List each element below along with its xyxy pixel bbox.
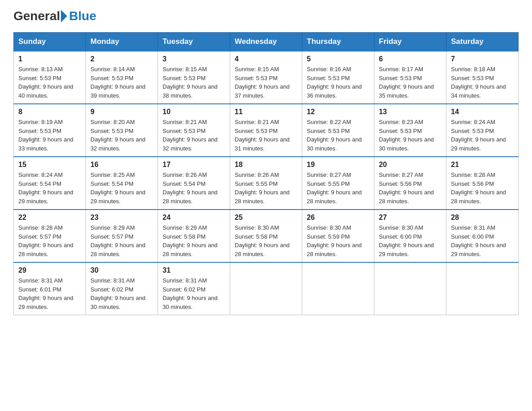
day-number: 29 bbox=[18, 266, 81, 274]
calendar-day-cell: 28Sunrise: 8:31 AMSunset: 6:00 PMDayligh… bbox=[446, 210, 519, 262]
calendar-header-tuesday: Tuesday bbox=[158, 33, 230, 51]
calendar-header-thursday: Thursday bbox=[302, 33, 374, 51]
day-info: Sunrise: 8:30 AMSunset: 6:00 PMDaylight:… bbox=[379, 223, 442, 258]
calendar-day-cell: 30Sunrise: 8:31 AMSunset: 6:02 PMDayligh… bbox=[86, 262, 158, 315]
calendar-day-cell: 27Sunrise: 8:30 AMSunset: 6:00 PMDayligh… bbox=[374, 210, 446, 262]
calendar-day-cell: 22Sunrise: 8:28 AMSunset: 5:57 PMDayligh… bbox=[14, 210, 86, 262]
day-info: Sunrise: 8:26 AMSunset: 5:54 PMDaylight:… bbox=[163, 171, 225, 206]
day-info: Sunrise: 8:22 AMSunset: 5:53 PMDaylight:… bbox=[307, 118, 369, 153]
calendar-day-cell: 20Sunrise: 8:27 AMSunset: 5:56 PMDayligh… bbox=[374, 157, 446, 210]
day-number: 11 bbox=[235, 108, 297, 116]
day-number: 21 bbox=[451, 161, 514, 169]
day-info: Sunrise: 8:21 AMSunset: 5:53 PMDaylight:… bbox=[163, 118, 225, 153]
day-info: Sunrise: 8:26 AMSunset: 5:55 PMDaylight:… bbox=[235, 171, 297, 206]
calendar-day-cell: 16Sunrise: 8:25 AMSunset: 5:54 PMDayligh… bbox=[86, 157, 158, 210]
page-header: General Blue bbox=[13, 9, 519, 23]
day-info: Sunrise: 8:19 AMSunset: 5:53 PMDaylight:… bbox=[18, 118, 81, 153]
day-info: Sunrise: 8:15 AMSunset: 5:53 PMDaylight:… bbox=[163, 65, 225, 100]
day-info: Sunrise: 8:21 AMSunset: 5:53 PMDaylight:… bbox=[235, 118, 297, 153]
calendar-header-monday: Monday bbox=[86, 33, 158, 51]
day-number: 9 bbox=[90, 108, 153, 116]
day-number: 24 bbox=[163, 214, 225, 222]
calendar-day-cell: 12Sunrise: 8:22 AMSunset: 5:53 PMDayligh… bbox=[302, 104, 374, 157]
day-number: 18 bbox=[235, 161, 297, 169]
calendar-week-row: 8Sunrise: 8:19 AMSunset: 5:53 PMDaylight… bbox=[14, 104, 519, 157]
day-info: Sunrise: 8:27 AMSunset: 5:55 PMDaylight:… bbox=[307, 171, 369, 206]
calendar-day-cell: 1Sunrise: 8:13 AMSunset: 5:53 PMDaylight… bbox=[14, 51, 86, 104]
day-info: Sunrise: 8:28 AMSunset: 5:56 PMDaylight:… bbox=[451, 171, 514, 206]
calendar-day-cell: 14Sunrise: 8:24 AMSunset: 5:53 PMDayligh… bbox=[446, 104, 519, 157]
day-number: 20 bbox=[379, 161, 442, 169]
calendar-day-cell: 5Sunrise: 8:16 AMSunset: 5:53 PMDaylight… bbox=[302, 51, 374, 104]
day-number: 15 bbox=[18, 161, 81, 169]
day-number: 12 bbox=[307, 108, 369, 116]
calendar-day-cell: 7Sunrise: 8:18 AMSunset: 5:53 PMDaylight… bbox=[446, 51, 519, 104]
day-number: 6 bbox=[379, 55, 442, 63]
day-number: 14 bbox=[451, 108, 514, 116]
day-info: Sunrise: 8:24 AMSunset: 5:54 PMDaylight:… bbox=[18, 171, 81, 206]
logo-general-text: General bbox=[13, 9, 60, 23]
day-number: 13 bbox=[379, 108, 442, 116]
day-number: 25 bbox=[235, 214, 297, 222]
day-info: Sunrise: 8:31 AMSunset: 6:00 PMDaylight:… bbox=[451, 223, 514, 258]
day-number: 31 bbox=[163, 266, 225, 274]
day-number: 7 bbox=[451, 55, 514, 63]
day-info: Sunrise: 8:28 AMSunset: 5:57 PMDaylight:… bbox=[18, 223, 81, 258]
calendar-week-row: 29Sunrise: 8:31 AMSunset: 6:01 PMDayligh… bbox=[14, 262, 519, 315]
logo: General Blue bbox=[13, 9, 96, 23]
day-info: Sunrise: 8:25 AMSunset: 5:54 PMDaylight:… bbox=[90, 171, 153, 206]
calendar-day-cell bbox=[446, 262, 519, 315]
day-number: 4 bbox=[235, 55, 297, 63]
logo-arrow-icon bbox=[61, 10, 67, 22]
day-number: 27 bbox=[379, 214, 442, 222]
day-info: Sunrise: 8:14 AMSunset: 5:53 PMDaylight:… bbox=[90, 65, 153, 100]
day-info: Sunrise: 8:30 AMSunset: 5:58 PMDaylight:… bbox=[235, 223, 297, 258]
day-info: Sunrise: 8:31 AMSunset: 6:02 PMDaylight:… bbox=[90, 276, 153, 311]
calendar-day-cell: 9Sunrise: 8:20 AMSunset: 5:53 PMDaylight… bbox=[86, 104, 158, 157]
day-number: 19 bbox=[307, 161, 369, 169]
calendar-day-cell bbox=[230, 262, 302, 315]
calendar-week-row: 22Sunrise: 8:28 AMSunset: 5:57 PMDayligh… bbox=[14, 210, 519, 262]
day-number: 17 bbox=[163, 161, 225, 169]
calendar-body: 1Sunrise: 8:13 AMSunset: 5:53 PMDaylight… bbox=[14, 51, 519, 315]
day-info: Sunrise: 8:27 AMSunset: 5:56 PMDaylight:… bbox=[379, 171, 442, 206]
calendar-day-cell bbox=[374, 262, 446, 315]
calendar-header-wednesday: Wednesday bbox=[230, 33, 302, 51]
calendar-day-cell: 23Sunrise: 8:29 AMSunset: 5:57 PMDayligh… bbox=[86, 210, 158, 262]
calendar-header-row: SundayMondayTuesdayWednesdayThursdayFrid… bbox=[14, 33, 519, 51]
calendar-day-cell: 21Sunrise: 8:28 AMSunset: 5:56 PMDayligh… bbox=[446, 157, 519, 210]
calendar-day-cell: 17Sunrise: 8:26 AMSunset: 5:54 PMDayligh… bbox=[158, 157, 230, 210]
day-number: 16 bbox=[90, 161, 153, 169]
day-info: Sunrise: 8:31 AMSunset: 6:02 PMDaylight:… bbox=[163, 276, 225, 311]
day-info: Sunrise: 8:13 AMSunset: 5:53 PMDaylight:… bbox=[18, 65, 81, 100]
day-info: Sunrise: 8:23 AMSunset: 5:53 PMDaylight:… bbox=[379, 118, 442, 153]
calendar-day-cell: 3Sunrise: 8:15 AMSunset: 5:53 PMDaylight… bbox=[158, 51, 230, 104]
calendar-day-cell: 6Sunrise: 8:17 AMSunset: 5:53 PMDaylight… bbox=[374, 51, 446, 104]
calendar-day-cell: 10Sunrise: 8:21 AMSunset: 5:53 PMDayligh… bbox=[158, 104, 230, 157]
day-info: Sunrise: 8:18 AMSunset: 5:53 PMDaylight:… bbox=[451, 65, 514, 100]
calendar-day-cell: 2Sunrise: 8:14 AMSunset: 5:53 PMDaylight… bbox=[86, 51, 158, 104]
calendar-day-cell: 4Sunrise: 8:15 AMSunset: 5:53 PMDaylight… bbox=[230, 51, 302, 104]
calendar-week-row: 1Sunrise: 8:13 AMSunset: 5:53 PMDaylight… bbox=[14, 51, 519, 104]
calendar-day-cell: 26Sunrise: 8:30 AMSunset: 5:59 PMDayligh… bbox=[302, 210, 374, 262]
day-number: 2 bbox=[90, 55, 153, 63]
calendar-day-cell: 29Sunrise: 8:31 AMSunset: 6:01 PMDayligh… bbox=[14, 262, 86, 315]
calendar-table: SundayMondayTuesdayWednesdayThursdayFrid… bbox=[13, 32, 519, 315]
calendar-day-cell: 25Sunrise: 8:30 AMSunset: 5:58 PMDayligh… bbox=[230, 210, 302, 262]
day-number: 22 bbox=[18, 214, 81, 222]
calendar-header-friday: Friday bbox=[374, 33, 446, 51]
day-info: Sunrise: 8:20 AMSunset: 5:53 PMDaylight:… bbox=[90, 118, 153, 153]
day-info: Sunrise: 8:17 AMSunset: 5:53 PMDaylight:… bbox=[379, 65, 442, 100]
day-number: 3 bbox=[163, 55, 225, 63]
day-number: 26 bbox=[307, 214, 369, 222]
day-info: Sunrise: 8:31 AMSunset: 6:01 PMDaylight:… bbox=[18, 276, 81, 311]
calendar-week-row: 15Sunrise: 8:24 AMSunset: 5:54 PMDayligh… bbox=[14, 157, 519, 210]
day-info: Sunrise: 8:15 AMSunset: 5:53 PMDaylight:… bbox=[235, 65, 297, 100]
day-number: 30 bbox=[90, 266, 153, 274]
calendar-header-sunday: Sunday bbox=[14, 33, 86, 51]
calendar-day-cell: 15Sunrise: 8:24 AMSunset: 5:54 PMDayligh… bbox=[14, 157, 86, 210]
day-number: 5 bbox=[307, 55, 369, 63]
day-info: Sunrise: 8:30 AMSunset: 5:59 PMDaylight:… bbox=[307, 223, 369, 258]
logo-blue-part: Blue bbox=[60, 9, 96, 23]
day-number: 28 bbox=[451, 214, 514, 222]
